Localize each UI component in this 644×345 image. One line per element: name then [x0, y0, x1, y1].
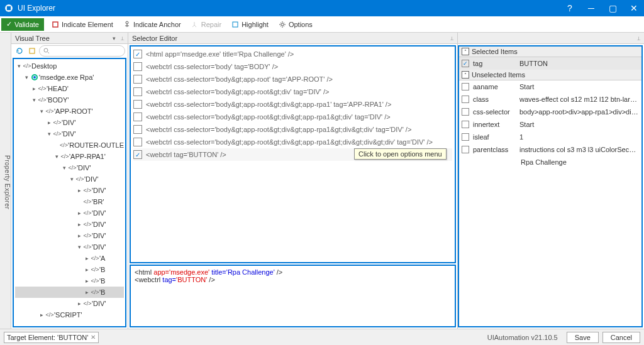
tree-row[interactable]: ▸</>'B [15, 275, 124, 287]
selector-row[interactable]: <webctrl css-selector='body' tag='BODY' … [133, 60, 452, 73]
tree-row[interactable]: </>'ROUTER-OUTLE [15, 140, 124, 151]
close-icon[interactable]: ✕ [628, 2, 640, 14]
expand-icon[interactable]: ▾ [15, 63, 23, 69]
minimize-icon[interactable]: ─ [585, 2, 597, 14]
selector-row[interactable]: <webctrl css-selector='body&gt;app-root&… [133, 123, 452, 136]
expand-icon[interactable]: ▾ [23, 74, 30, 80]
target-element-chip[interactable]: Target Element: 'BUTTON' ✕ [4, 332, 99, 343]
expand-icon[interactable]: ▸ [75, 233, 83, 239]
tree-row[interactable]: ▸</>'HEAD' [15, 83, 124, 94]
expand-icon[interactable]: ▸ [75, 187, 83, 194]
expand-icon[interactable]: ▾ [30, 97, 38, 103]
tree-row[interactable]: ▾</>'DIV' [15, 128, 124, 140]
selected-items-header[interactable]: ˄ Selected Items [459, 47, 641, 57]
expand-icon[interactable]: ▾ [45, 131, 53, 137]
refresh-icon[interactable] [14, 45, 25, 57]
pin-icon[interactable]: ⟂ [637, 35, 640, 41]
expand-icon[interactable]: ▸ [45, 119, 53, 126]
expand-icon[interactable]: ▸ [83, 278, 91, 284]
attribute-checkbox[interactable] [462, 108, 469, 116]
selector-checkbox[interactable] [133, 50, 142, 58]
tree-row[interactable]: ▸</>'DIV' [15, 185, 124, 196]
dropdown-icon[interactable]: ▾ [113, 35, 116, 41]
attribute-row[interactable]: innertextStart [459, 118, 641, 131]
pin-icon[interactable]: ⟂ [121, 35, 124, 41]
expand-icon[interactable]: ▾ [68, 176, 75, 182]
expand-icon[interactable]: ▸ [75, 210, 83, 216]
expand-icon[interactable]: ▾ [75, 244, 83, 250]
attribute-row[interactable]: parentclassinstructions col s3 m3 l3 uiC… [459, 143, 641, 156]
attribute-row[interactable]: isleaf1 [459, 131, 641, 143]
expand-icon[interactable]: ▾ [53, 153, 60, 160]
selector-row[interactable]: <webctrl css-selector='body&gt;app-root&… [133, 85, 452, 98]
selector-row[interactable]: <webctrl css-selector='body&gt;app-root&… [133, 136, 452, 148]
save-button[interactable]: Save [567, 332, 599, 343]
selector-checkbox[interactable] [133, 75, 142, 84]
tree-row[interactable]: ▸</>'DIV' [15, 298, 124, 309]
indicate-anchor-button[interactable]: Indicate Anchor [118, 16, 186, 33]
selector-checkbox[interactable] [133, 125, 142, 134]
expand-icon[interactable]: ▾ [60, 165, 68, 171]
selector-preview[interactable]: <html app='msedge.exe' title='Rpa Challe… [130, 265, 456, 327]
help-icon[interactable]: ? [564, 2, 576, 14]
selector-row[interactable]: <webctrl css-selector='body&gt;app-root&… [133, 111, 452, 123]
selector-checkbox[interactable] [133, 138, 142, 146]
tree-row[interactable]: ▸</>'DIV' [15, 219, 124, 230]
attribute-checkbox[interactable] [462, 96, 469, 103]
tree-row[interactable]: ▸</>'DIV' [15, 230, 124, 241]
expand-icon[interactable]: ▸ [83, 255, 91, 261]
expand-icon[interactable]: ▸ [30, 85, 38, 92]
close-icon[interactable]: ✕ [91, 334, 96, 341]
options-button[interactable]: Options [274, 16, 318, 33]
tree-row[interactable]: ▾</>'APP-RPA1' [15, 151, 124, 162]
attribute-checkbox[interactable] [462, 133, 469, 141]
selector-checkbox[interactable] [133, 62, 142, 71]
tree-row[interactable]: ▾</>'DIV' [15, 173, 124, 185]
expand-icon[interactable]: ▸ [83, 266, 91, 273]
expand-icon[interactable]: ▸ [75, 221, 83, 227]
pin-icon[interactable]: ⟂ [450, 35, 453, 41]
expand-icon[interactable]: ▸ [83, 289, 91, 295]
highlight-tree-icon[interactable] [26, 45, 38, 57]
attribute-row[interactable]: classwaves-effect col s12 m12 l12 btn-la… [459, 93, 641, 106]
tree-row[interactable]: ▸</>'DIV' [15, 117, 124, 128]
expand-icon[interactable]: ▸ [75, 300, 83, 307]
tree-row[interactable]: ▸</>'DIV' [15, 207, 124, 219]
selector-row[interactable]: <webctrl css-selector='body&gt;app-root'… [133, 73, 452, 85]
cancel-button[interactable]: Cancel [602, 332, 640, 343]
tree-row[interactable]: ▾</>Desktop [15, 60, 124, 72]
selector-checkbox[interactable] [133, 87, 142, 96]
validate-button[interactable]: ✓ Validate [1, 18, 44, 31]
selector-checkbox[interactable] [133, 150, 142, 159]
attribute-checkbox[interactable] [462, 83, 469, 90]
tree-row[interactable]: ▾</>'DIV' [15, 162, 124, 173]
attribute-checkbox[interactable] [462, 60, 469, 67]
tree-row[interactable]: </>'BR' [15, 196, 124, 207]
unselected-items-header[interactable]: ˄ Unselected Items [459, 70, 641, 80]
expand-icon[interactable]: ▾ [38, 108, 45, 114]
expand-icon[interactable]: ▸ [38, 312, 45, 318]
tree-row[interactable]: ▾</>'DIV' [15, 241, 124, 253]
attribute-checkbox[interactable] [462, 121, 469, 128]
maximize-icon[interactable]: ▢ [606, 2, 619, 14]
tree-row[interactable]: ▾</>'BODY' [15, 94, 124, 106]
tree-row[interactable]: ▸</>'B [15, 264, 124, 275]
selector-row[interactable]: <webctrl css-selector='body&gt;app-root&… [133, 98, 452, 111]
property-explorer-tab[interactable]: Property Explorer [0, 33, 11, 329]
indicate-element-button[interactable]: Indicate Element [47, 16, 118, 33]
visual-tree[interactable]: ▾</>Desktop▾'msedge.exe Rpa'▸</>'HEAD'▾<… [14, 59, 125, 322]
attribute-row[interactable]: aanameStart [459, 80, 641, 93]
attribute-checkbox[interactable] [462, 146, 469, 153]
tree-row[interactable]: ▸</>'A [15, 253, 124, 264]
tree-row[interactable]: ▾'msedge.exe Rpa' [15, 72, 124, 83]
tree-row[interactable]: ▸</>'SCRIPT' [15, 309, 124, 320]
attribute-row[interactable]: tagBUTTON [459, 57, 641, 70]
selector-checkbox[interactable] [133, 100, 142, 109]
tree-row[interactable]: ▾</>'APP-ROOT' [15, 106, 124, 117]
selector-row[interactable]: <html app='msedge.exe' title='Rpa Challe… [133, 48, 452, 60]
tree-search-input[interactable] [39, 45, 125, 57]
tree-row[interactable]: ▸</>'B [15, 287, 124, 298]
attribute-row[interactable]: css-selectorbody>app-root>div>app-rpa1>d… [459, 106, 641, 118]
selector-checkbox[interactable] [133, 112, 142, 121]
highlight-button[interactable]: Highlight [226, 16, 274, 33]
